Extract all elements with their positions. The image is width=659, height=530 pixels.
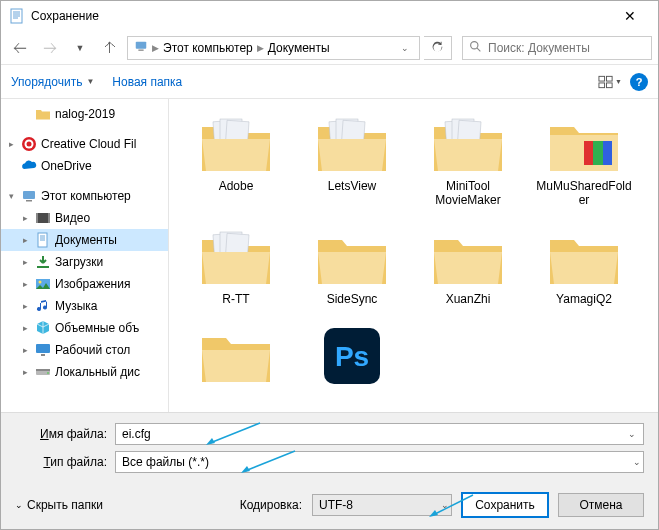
- folder-icon: [196, 226, 276, 290]
- search-input[interactable]: [488, 41, 645, 55]
- svg-rect-28: [36, 344, 50, 353]
- tree-caret-icon[interactable]: ▸: [19, 367, 31, 377]
- refresh-button[interactable]: [424, 36, 452, 60]
- folder-icon: [312, 226, 392, 290]
- folder-item-R-TT[interactable]: R-TT: [183, 222, 289, 310]
- breadcrumb-documents[interactable]: Документы: [268, 41, 330, 55]
- folder-item-YamagiQ2[interactable]: YamagiQ2: [531, 222, 637, 310]
- sidebar-item-Документы[interactable]: ▸Документы: [1, 229, 168, 251]
- folder-item-9[interactable]: Ps: [299, 320, 405, 394]
- tree-caret-icon[interactable]: ▸: [19, 301, 31, 311]
- folder-icon: [196, 113, 276, 177]
- tree-caret-icon[interactable]: ▸: [19, 345, 31, 355]
- docs-icon: [35, 232, 51, 248]
- chevron-down-icon: ⌄: [441, 500, 449, 510]
- svg-rect-6: [138, 50, 143, 51]
- svg-point-15: [27, 142, 32, 147]
- folder-item-MiniTool MovieMaker[interactable]: MiniTool MovieMaker: [415, 109, 521, 212]
- filename-input[interactable]: [115, 423, 644, 445]
- folder-item-SideSync[interactable]: SideSync: [299, 222, 405, 310]
- folder-icon: [196, 324, 276, 388]
- encoding-combo[interactable]: UTF-8 ⌄: [312, 494, 452, 516]
- content-area[interactable]: AdobeLetsViewMiniTool MovieMakerMuMuShar…: [169, 99, 658, 412]
- sidebar-item-label: Документы: [55, 233, 117, 247]
- downloads-icon: [35, 254, 51, 270]
- address-dropdown[interactable]: ⌄: [397, 43, 413, 53]
- tree-caret-icon[interactable]: ▸: [19, 323, 31, 333]
- sidebar-item-Локальный дис[interactable]: ▸Локальный дис: [1, 361, 168, 383]
- chevron-down-icon: ⌄: [15, 500, 23, 510]
- sidebar-item-nalog-2019[interactable]: nalog-2019: [1, 103, 168, 125]
- svg-rect-44: [593, 141, 603, 165]
- recent-dropdown[interactable]: ▼: [67, 35, 93, 61]
- help-button[interactable]: ?: [630, 73, 648, 91]
- up-button[interactable]: 🡡: [97, 35, 123, 61]
- folder-label: MuMuSharedFolder: [534, 179, 634, 208]
- svg-point-7: [471, 41, 478, 48]
- sidebar-item-Этот компьютер[interactable]: ▾Этот компьютер: [1, 185, 168, 207]
- folder-icon: [544, 226, 624, 290]
- folder-icon: [312, 113, 392, 177]
- sidebar-item-Объемные объ[interactable]: ▸Объемные объ: [1, 317, 168, 339]
- folder-label: XuanZhi: [446, 292, 491, 306]
- sidebar-item-OneDrive[interactable]: OneDrive: [1, 155, 168, 177]
- forward-button[interactable]: 🡢: [37, 35, 63, 61]
- new-folder-button[interactable]: Новая папка: [112, 75, 182, 89]
- close-button[interactable]: ✕: [610, 8, 650, 24]
- tree-caret-icon[interactable]: ▸: [19, 213, 31, 223]
- svg-rect-31: [36, 369, 50, 371]
- folder-item-LetsView[interactable]: LetsView: [299, 109, 405, 212]
- search-icon: [469, 40, 482, 56]
- svg-rect-29: [41, 354, 45, 356]
- search-box[interactable]: [462, 36, 652, 60]
- svg-rect-20: [48, 213, 50, 223]
- address-bar[interactable]: ▶ Этот компьютер ▶ Документы ⌄: [127, 36, 420, 60]
- sidebar-item-Видео[interactable]: ▸Видео: [1, 207, 168, 229]
- save-button[interactable]: Сохранить: [462, 493, 548, 517]
- organize-menu[interactable]: Упорядочить ▼: [11, 75, 94, 89]
- tree-caret-icon[interactable]: ▸: [5, 139, 17, 149]
- sidebar-item-Рабочий стол[interactable]: ▸Рабочий стол: [1, 339, 168, 361]
- chevron-right-icon: ▶: [152, 43, 159, 53]
- sidebar-item-Музыка[interactable]: ▸Музыка: [1, 295, 168, 317]
- folder-item-8[interactable]: [183, 320, 289, 394]
- tree-caret-icon[interactable]: ▾: [5, 191, 17, 201]
- sidebar-item-label: Видео: [55, 211, 90, 225]
- organize-label: Упорядочить: [11, 75, 82, 89]
- folder-label: Adobe: [219, 179, 254, 193]
- tree-caret-icon[interactable]: ▸: [19, 279, 31, 289]
- folder-grid: AdobeLetsViewMiniTool MovieMakerMuMuShar…: [183, 109, 644, 394]
- chevron-down-icon: ▼: [86, 77, 94, 86]
- svg-rect-16: [23, 191, 35, 199]
- folder-item-XuanZhi[interactable]: XuanZhi: [415, 222, 521, 310]
- chevron-down-icon: ⌄: [633, 457, 641, 467]
- sidebar[interactable]: nalog-2019▸Creative Cloud FilOneDrive▾Эт…: [1, 99, 169, 412]
- folder-item-MuMuSharedFolder[interactable]: MuMuSharedFolder: [531, 109, 637, 212]
- 3d-icon: [35, 320, 51, 336]
- tree-caret-icon[interactable]: ▸: [19, 235, 31, 245]
- sidebar-item-label: Локальный дис: [55, 365, 140, 379]
- chevron-down-icon: ▼: [615, 78, 622, 85]
- cancel-button[interactable]: Отмена: [558, 493, 644, 517]
- app-icon: [9, 8, 25, 24]
- svg-point-32: [47, 372, 49, 374]
- folder-label: YamagiQ2: [556, 292, 612, 306]
- folder-item-Adobe[interactable]: Adobe: [183, 109, 289, 212]
- sidebar-item-Creative Cloud Fil[interactable]: ▸Creative Cloud Fil: [1, 133, 168, 155]
- tree-caret-icon[interactable]: ▸: [19, 257, 31, 267]
- filetype-combo[interactable]: Все файлы (*.*) ⌄: [115, 451, 644, 473]
- breadcrumb-pc[interactable]: Этот компьютер: [163, 41, 253, 55]
- pc-icon: [134, 39, 148, 56]
- hide-folders-toggle[interactable]: ⌄ Скрыть папки: [15, 498, 103, 512]
- cc-icon: [21, 136, 37, 152]
- sidebar-item-Изображения[interactable]: ▸Изображения: [1, 273, 168, 295]
- sidebar-item-Загрузки[interactable]: ▸Загрузки: [1, 251, 168, 273]
- folder-icon: [544, 113, 624, 177]
- music-icon: [35, 298, 51, 314]
- back-button[interactable]: 🡠: [7, 35, 33, 61]
- svg-rect-43: [584, 141, 593, 165]
- folder-label: MiniTool MovieMaker: [419, 179, 517, 208]
- view-options-button[interactable]: ▼: [598, 70, 622, 94]
- sidebar-item-label: nalog-2019: [55, 107, 115, 121]
- svg-rect-9: [599, 76, 605, 81]
